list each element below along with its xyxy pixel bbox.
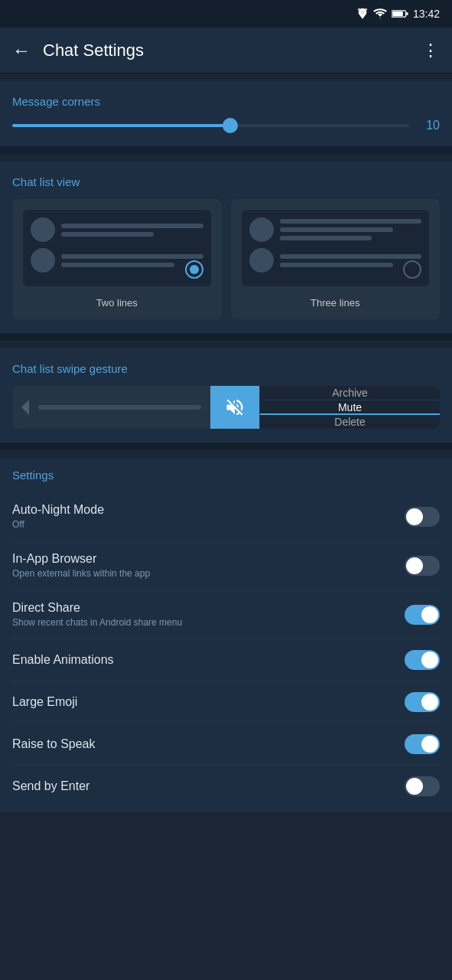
chat-view-options: Two lines bbox=[12, 199, 440, 319]
send-by-enter-label: Send by Enter bbox=[12, 779, 405, 793]
chat-row-2 bbox=[31, 248, 203, 273]
large-emoji-toggle[interactable] bbox=[405, 692, 440, 712]
avatar-4 bbox=[249, 248, 274, 273]
in-app-browser-text: In-App Browser Open external links withi… bbox=[12, 552, 405, 579]
settings-section: Settings Auto-Night Mode Off In-App Brow… bbox=[0, 458, 452, 812]
send-by-enter-text: Send by Enter bbox=[12, 779, 405, 793]
chat-line bbox=[61, 232, 154, 237]
send-by-enter-item: Send by Enter bbox=[12, 766, 440, 807]
toggle-thumb bbox=[421, 736, 438, 753]
toggle-thumb bbox=[421, 652, 438, 668]
two-lines-radio bbox=[185, 260, 203, 279]
swipe-options-list: Archive Mute Delete bbox=[259, 386, 440, 429]
svg-rect-3 bbox=[363, 12, 364, 13]
chat-list-view-title: Chat list view bbox=[12, 175, 440, 188]
two-lines-label: Two lines bbox=[96, 297, 138, 309]
enable-animations-toggle[interactable] bbox=[405, 650, 440, 670]
chat-lines-3 bbox=[280, 219, 422, 240]
auto-night-mode-text: Auto-Night Mode Off bbox=[12, 503, 405, 530]
in-app-browser-toggle[interactable] bbox=[405, 556, 440, 576]
direct-share-label: Direct Share bbox=[12, 601, 405, 615]
chat-row-1 bbox=[31, 217, 203, 242]
toggle-thumb bbox=[406, 557, 423, 574]
chat-line bbox=[61, 263, 174, 267]
chat-line bbox=[61, 224, 203, 228]
chat-lines-2 bbox=[61, 254, 203, 267]
svg-rect-6 bbox=[406, 12, 408, 15]
toggle-thumb bbox=[406, 778, 423, 795]
raise-to-speak-label: Raise to Speak bbox=[12, 737, 405, 751]
large-emoji-label: Large Emoji bbox=[12, 695, 405, 709]
three-lines-label: Three lines bbox=[311, 297, 359, 309]
status-bar: 13:42 bbox=[0, 0, 452, 28]
chat-line bbox=[61, 254, 203, 259]
settings-title: Settings bbox=[12, 469, 440, 482]
auto-night-mode-item: Auto-Night Mode Off bbox=[12, 492, 440, 541]
avatar-2 bbox=[31, 248, 55, 273]
chat-line bbox=[280, 219, 422, 224]
toggle-thumb bbox=[406, 508, 423, 525]
status-time: 13:42 bbox=[413, 8, 440, 20]
toggle-thumb bbox=[421, 606, 438, 623]
chat-line bbox=[280, 236, 372, 240]
enable-animations-item: Enable Animations bbox=[12, 639, 440, 681]
mute-icon bbox=[224, 397, 246, 418]
page-title: Chat Settings bbox=[43, 41, 422, 60]
enable-animations-text: Enable Animations bbox=[12, 653, 405, 667]
back-button[interactable]: ← bbox=[12, 40, 31, 61]
enable-animations-label: Enable Animations bbox=[12, 653, 405, 667]
swipe-archive-option[interactable]: Archive bbox=[260, 386, 440, 400]
chat-row-3 bbox=[249, 217, 422, 242]
raise-to-speak-toggle[interactable] bbox=[405, 734, 440, 754]
in-app-browser-sublabel: Open external links within the app bbox=[12, 568, 405, 579]
direct-share-item: Direct Share Show recent chats in Androi… bbox=[12, 590, 440, 639]
divider-1 bbox=[0, 146, 452, 154]
message-corners-title: Message corners bbox=[12, 95, 440, 108]
auto-night-mode-sublabel: Off bbox=[12, 519, 405, 530]
chat-list-view-section: Chat list view bbox=[0, 162, 452, 333]
swipe-content-line bbox=[38, 405, 201, 410]
divider-3 bbox=[0, 443, 452, 450]
large-emoji-text: Large Emoji bbox=[12, 695, 405, 709]
three-lines-option[interactable]: Three lines bbox=[231, 199, 441, 319]
svg-rect-5 bbox=[392, 11, 403, 16]
alarm-icon bbox=[356, 8, 369, 20]
direct-share-text: Direct Share Show recent chats in Androi… bbox=[12, 601, 405, 628]
wifi-icon bbox=[373, 8, 387, 19]
large-emoji-item: Large Emoji bbox=[12, 681, 440, 724]
slider-value: 10 bbox=[418, 119, 440, 132]
swipe-action-button bbox=[210, 386, 259, 429]
app-header: ← Chat Settings ⋮ bbox=[0, 28, 452, 74]
chat-line bbox=[280, 254, 422, 259]
slider-thumb bbox=[223, 118, 238, 133]
chat-line bbox=[280, 227, 393, 232]
direct-share-toggle[interactable] bbox=[405, 605, 440, 625]
direct-share-sublabel: Show recent chats in Android share menu bbox=[12, 617, 405, 628]
swipe-demo: Archive Mute Delete bbox=[12, 386, 440, 429]
swipe-delete-option[interactable]: Delete bbox=[260, 415, 440, 429]
chat-row-4 bbox=[249, 248, 422, 273]
send-by-enter-toggle[interactable] bbox=[405, 776, 440, 796]
more-options-button[interactable]: ⋮ bbox=[422, 41, 440, 60]
avatar-3 bbox=[249, 217, 274, 242]
auto-night-mode-label: Auto-Night Mode bbox=[12, 503, 405, 517]
two-lines-option[interactable]: Two lines bbox=[12, 199, 222, 319]
chat-line bbox=[280, 263, 393, 267]
swipe-mute-option[interactable]: Mute bbox=[260, 400, 440, 416]
auto-night-mode-toggle[interactable] bbox=[405, 507, 440, 527]
corner-radius-slider[interactable]: 10 bbox=[12, 119, 440, 132]
swipe-left-area bbox=[12, 386, 210, 429]
raise-to-speak-text: Raise to Speak bbox=[12, 737, 405, 751]
swipe-gesture-section: Chat list swipe gesture Archive Mute Del… bbox=[0, 348, 452, 443]
three-lines-preview bbox=[242, 210, 430, 286]
raise-to-speak-item: Raise to Speak bbox=[12, 724, 440, 766]
chat-lines-4 bbox=[280, 254, 422, 267]
in-app-browser-item: In-App Browser Open external links withi… bbox=[12, 541, 440, 590]
avatar-1 bbox=[31, 217, 55, 242]
divider-2 bbox=[0, 333, 452, 341]
chat-lines-1 bbox=[61, 224, 203, 237]
swipe-arrow-icon bbox=[21, 400, 29, 415]
message-corners-section: Message corners 10 bbox=[0, 81, 452, 146]
slider-track bbox=[12, 124, 409, 127]
swipe-gesture-title: Chat list swipe gesture bbox=[12, 362, 440, 375]
